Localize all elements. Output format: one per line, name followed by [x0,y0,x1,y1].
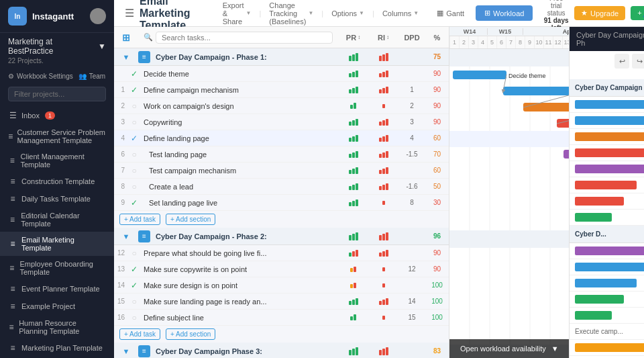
task-check[interactable]: ○ [127,150,141,159]
rp-bar [575,263,644,271]
sidebar-search[interactable] [0,84,114,104]
sidebar-item-employee-onboarding[interactable]: ≡ Employee Onboarding Template [0,256,114,280]
task-check[interactable]: ✓ [127,265,141,274]
rp-task-row [570,308,644,324]
rp-bar [575,100,644,109]
sidebar-item-example[interactable]: ≡ Example Project [0,298,114,315]
task-name[interactable]: Test landing page [141,150,338,159]
section-pr-bars [338,347,368,355]
sort-icon: ↕ [358,34,360,40]
task-dpd: 4 [398,134,425,142]
sidebar-item-construction[interactable]: ≡ Construction Template [0,173,114,190]
invite-button[interactable]: +👤 Invite [631,6,644,20]
sidebar-item-marketing-plan[interactable]: ≡ Marketing Plan Template [0,339,114,357]
sidebar-item-inbox[interactable]: ☰ Inbox 1 [0,107,114,124]
settings-icon: ⚙ [8,73,14,80]
task-row: 15 ○ Make sure landing page is ready an.… [114,294,449,310]
sidebar-item-editorial[interactable]: ≡ Editorial Calendar Template [0,208,114,232]
task-check[interactable]: ○ [127,313,141,322]
sidebar-item-customer-service[interactable]: ≡ Customer Service Problem Management Te… [0,124,114,148]
inbox-badge: 1 [45,111,55,120]
collapse-button[interactable]: ▼ [114,232,138,240]
task-name[interactable]: Prepare what should be going live fi... [141,249,338,257]
task-pr [338,314,368,320]
gantt-date: 3 [468,36,478,48]
columns-button[interactable]: Columns ▼ [378,7,423,19]
add-section-button-2[interactable]: + Add section [166,328,215,340]
task-name[interactable]: Test campaign mechanism [141,167,338,175]
sidebar-item-client-management[interactable]: ≡ Client Management Template [0,148,114,173]
section-pr-bars [338,232,368,240]
task-ri [368,201,398,205]
task-check[interactable]: ✓ [127,134,141,143]
task-name[interactable]: Set landing page live [141,199,338,207]
task-name[interactable]: Work on campaign's design [141,102,338,110]
sidebar-item-hr[interactable]: ≡ Human Resource Planning Template [0,315,114,339]
task-name[interactable]: Copywriting [141,118,338,126]
workbook-settings-button[interactable]: ⚙ Workbook Settings [8,73,73,80]
rp-bar [575,343,644,352]
sidebar-item-event-planner[interactable]: ≡ Event Planner Template [0,280,114,298]
sidebar-actions: ⚙ Workbook Settings 👥 Team [0,69,114,84]
undo-button[interactable]: ↩ [614,54,629,69]
gantt-icon: ▦ [437,9,443,17]
task-check[interactable]: ✓ [127,69,141,79]
filter-projects-input[interactable] [8,87,106,101]
task-check[interactable]: ○ [127,249,141,258]
pr-column-header[interactable]: PR ↕ [338,34,368,42]
task-check[interactable]: ✓ [127,85,141,95]
team-button[interactable]: 👥 Team [78,73,105,80]
add-section-button[interactable]: + Add section [166,214,215,225]
task-name[interactable]: Define campaign mechanism [141,86,338,94]
rp-task-row [570,210,644,226]
task-check[interactable]: ✓ [127,281,141,290]
task-name[interactable]: Create a lead [141,183,338,191]
add-task-row-2: + Add task + Add section [114,326,449,343]
task-check[interactable]: ○ [127,118,141,127]
task-check[interactable]: ✓ [127,198,141,208]
task-check[interactable]: ○ [127,166,141,175]
options-button[interactable]: Options ▼ [327,7,368,19]
collapse-button[interactable]: ▼ [114,347,138,355]
app-brand: Instagantt [32,11,74,21]
task-name[interactable]: Decide theme [141,70,338,78]
redo-button[interactable]: ↪ [632,54,644,69]
project-name[interactable]: Marketing at BestPractice ▼ [8,37,106,56]
task-name[interactable]: Make sure landing page is ready an... [141,298,338,306]
user-avatar[interactable] [90,8,106,24]
collapse-button[interactable]: ▼ [114,53,138,61]
task-dpd: 3 [398,118,425,126]
task-check[interactable]: ○ [127,182,141,191]
sidebar-item-label: Construction Template [21,177,95,185]
rp-bar [575,247,644,255]
add-column-button[interactable]: ⊞ [114,32,138,43]
upgrade-button[interactable]: ★ Upgrade [574,6,625,20]
section-ri-bars [368,53,398,61]
search-input[interactable] [156,32,333,44]
export-share-button[interactable]: Export & Share ▼ [219,0,256,28]
workload-view-button[interactable]: ⊞ Workload [476,5,533,21]
task-check[interactable]: ○ [127,101,141,111]
sidebar-item-daily-tasks[interactable]: ≡ Daily Tasks Template [0,190,114,208]
add-task-button[interactable]: + Add task [119,214,160,225]
right-panel-actions: ↩ ↪ ⚙ ⛓ + [570,51,644,71]
task-pr [338,199,368,206]
change-tracking-button[interactable]: Change Tracking (Baselines) ▼ [265,0,317,28]
sidebar-item-email-marketing[interactable]: ≡ Email Marketing Template [0,232,114,256]
rp-bar [575,132,644,141]
task-name[interactable]: Make sure design is on point [141,281,338,289]
sidebar-item-label: Editorial Calendar Template [21,212,106,228]
rp-task-row [570,340,644,356]
task-check[interactable]: ○ [127,297,141,306]
task-name[interactable]: Define landing page [141,134,338,142]
add-task-button-2[interactable]: + Add task [119,328,160,340]
task-dpd: -1.6 [398,183,425,190]
task-name[interactable]: Make sure copywrite is on point [141,265,338,273]
ri-column-header[interactable]: RI ↕ [368,34,398,42]
gantt-view-button[interactable]: ▦ Gantt [428,5,473,21]
task-name[interactable]: Define subject line [141,314,338,322]
rp-task-row [570,145,644,161]
task-dpd: 1 [398,86,425,93]
rp-task-row [570,292,644,308]
hamburger-menu[interactable]: ☰ [125,7,134,19]
